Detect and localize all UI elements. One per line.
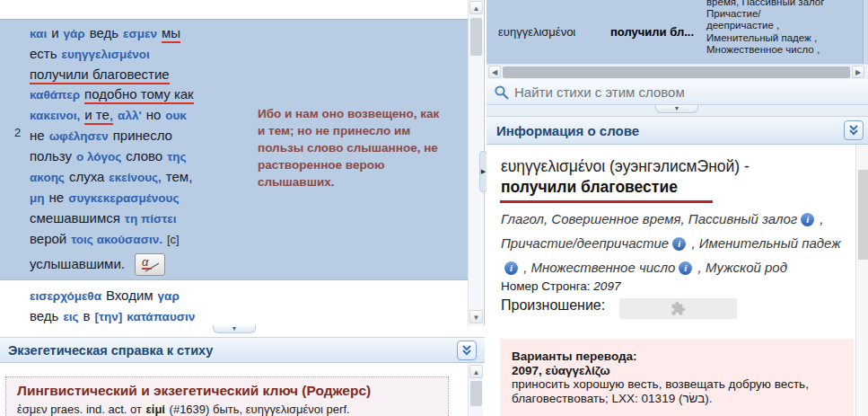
interlinear-token[interactable]: получили благовестие [30, 66, 170, 84]
interlinear-token[interactable]: подобно тому как [84, 86, 194, 104]
row-horizontal-scrollbar[interactable]: ◀ ▶ [487, 64, 868, 79]
info-icon[interactable]: i [801, 213, 814, 226]
word-grammar-line: Глагол, Совершенное время, Пассивный зал… [501, 207, 855, 279]
scrollbar-thumb[interactable] [470, 18, 482, 56]
footnote-marker[interactable]: [c] [167, 233, 180, 246]
red-underline [500, 200, 713, 203]
interlinear-token[interactable]: мы [162, 25, 180, 43]
interlinear-token[interactable]: καθάπερ [30, 88, 80, 102]
interlinear-token[interactable]: есть [30, 46, 57, 61]
row-grammar-line: время, Пассивный залог [706, 0, 861, 8]
interlinear-token[interactable]: пользу [30, 148, 72, 164]
grammar-segment: Множественное число [531, 260, 676, 275]
grammar-segment: Глагол, Совершенное время, Пассивный зал… [501, 211, 797, 226]
interlinear-token[interactable]: εις [63, 310, 78, 323]
exeg-scrollbar[interactable]: ▲ [468, 363, 483, 416]
pronunciation-label: Произношение: [501, 297, 605, 314]
interlinear-token[interactable]: εισερχόμεθα [30, 289, 101, 303]
search-input[interactable] [514, 82, 855, 102]
info-scrollbar[interactable] [855, 145, 868, 416]
interlinear-token[interactable]: και [30, 27, 47, 40]
interlinear-line: пользуο λόγοςсловоτης [30, 146, 252, 167]
strong-number: 2097 [593, 279, 620, 293]
interlinear-token[interactable]: в [83, 308, 91, 323]
scroll-up-icon[interactable]: ▲ [469, 365, 483, 378]
interlinear-line: услышавшими. α [30, 253, 252, 276]
interlinear-line: καιиγάρведьεσμενмы [30, 23, 252, 44]
grammar-separator: , [688, 235, 699, 251]
interlinear-token[interactable]: верой [30, 231, 66, 246]
interlinear-token[interactable]: слово [126, 148, 162, 164]
row-grammar: время, Пассивный залогПричастие/дееприча… [706, 0, 861, 56]
interlinear-token[interactable]: тем, [166, 169, 193, 184]
pronunciation-plugin-placeholder[interactable] [619, 298, 737, 319]
left-splitter-tab[interactable]: ▼ [213, 325, 256, 333]
interlinear-token[interactable]: ο λόγος [76, 150, 121, 164]
grammar-segment: Причастие/деепричастие [501, 235, 669, 251]
alpha-underline-icon: α [137, 254, 162, 273]
interlinear-line: веройτοις ακούσασιν.[c] [30, 229, 252, 250]
right-splitter-tab[interactable]: ▼ [655, 105, 698, 113]
word-table-row[interactable]: ευηγγελισμένοι получили бл... время, Пас… [487, 0, 868, 64]
interlinear-token[interactable]: τη πίστει [125, 212, 177, 226]
interlinear-token[interactable]: услышавшими. [30, 256, 125, 271]
grammar-separator: , [816, 211, 823, 226]
interlinear-token[interactable]: и те, [84, 107, 113, 125]
scrollbar-thumb[interactable] [503, 66, 850, 78]
interlinear-token[interactable]: ακοης [30, 171, 65, 184]
interlinear-token[interactable]: не [30, 128, 45, 143]
interlinear-token[interactable]: ведь [30, 308, 58, 323]
interlinear-token[interactable]: принесло [113, 128, 172, 143]
interlinear-token[interactable]: ουκ [165, 109, 187, 122]
interlinear-token[interactable]: смешавшимся [30, 210, 120, 226]
interlinear-token[interactable]: τοις ακούσασιν. [71, 233, 162, 246]
interlinear-token[interactable]: слуха [69, 169, 104, 184]
interlinear-panel: 2 καιиγάρведьεσμενмыестьευηγγελισμένοιпо… [0, 0, 485, 325]
info-icon[interactable]: i [672, 237, 686, 251]
interlinear-token[interactable]: и [51, 25, 58, 40]
row-translation: получили бл... [610, 25, 694, 39]
info-icon[interactable]: i [504, 261, 518, 275]
exeg-collapse-button[interactable] [457, 341, 477, 360]
interlinear-token[interactable]: [την] [95, 310, 123, 323]
row-grammar-line: Именительный падеж , [706, 32, 861, 44]
scrollbar-thumb[interactable] [470, 381, 482, 406]
interlinear-token[interactable]: εκείνους, [109, 171, 161, 184]
interlinear-token[interactable]: γάρ [64, 27, 85, 40]
exeg-header-title: Экзегетическая справка к стиху [8, 343, 213, 358]
interlinear-token[interactable]: μη [30, 191, 45, 205]
interlinear-text: καιиγάρведьεσμενмыестьευηγγελισμένοιполу… [30, 23, 252, 276]
scroll-right-icon[interactable]: ▶ [852, 66, 864, 78]
info-icon[interactable]: i [679, 261, 692, 275]
scroll-left-icon[interactable]: ◀ [488, 66, 501, 78]
interlinear-token[interactable]: κακεινοι, [30, 109, 80, 122]
interlinear-token[interactable]: но [146, 107, 162, 122]
grammar-segment: Мужской род [706, 260, 787, 275]
interlinear-token[interactable]: ευηγγελισμένοι [62, 48, 150, 61]
alpha-variant-button[interactable]: α [135, 253, 165, 276]
interlinear-token[interactable]: εσμεν [123, 27, 157, 40]
interlinear-token[interactable]: αλλ' [118, 109, 142, 122]
info-panel-content: ευηγγελισμένοι (эуэнгэлисмЭной) - получи… [487, 145, 868, 416]
grammar-separator: , [520, 260, 531, 275]
interlinear-token[interactable]: не [49, 190, 65, 205]
scroll-up-icon[interactable]: ▲ [469, 1, 483, 14]
interlinear-token[interactable]: ωφέλησεν [49, 129, 109, 143]
scrollbar-thumb[interactable] [858, 170, 868, 260]
word-translation-title: получили благовестие [501, 178, 678, 197]
selected-verse-block[interactable]: 2 καιиγάρведьεσμενмыестьευηγγελισμένοιпо… [0, 19, 468, 280]
interlinear-token[interactable]: ведь [90, 25, 118, 40]
interlinear-token[interactable]: της [167, 150, 186, 164]
interlinear-token[interactable]: συγκεκερασμένους [68, 191, 179, 205]
interlinear-token[interactable]: γαρ [158, 289, 180, 303]
interlinear-token[interactable]: Входим [106, 288, 153, 303]
word-greek-title: ευηγγελισμένοι (эуэнгэлисмЭной) - [501, 157, 750, 176]
interlinear-token[interactable]: κατάπαυσιν [127, 310, 195, 323]
svg-text:α: α [142, 255, 149, 269]
interlinear-line: естьευηγγελισμένοι [30, 44, 252, 65]
scroll-down-icon[interactable]: ▼ [469, 310, 483, 323]
puzzle-icon [671, 301, 686, 316]
info-collapse-button[interactable] [844, 120, 864, 140]
grammar-segment: Именительный падеж [699, 235, 841, 251]
exeg-line-suffix: (#1639) быть, ευηγγελισμένοι perf. [166, 403, 350, 416]
